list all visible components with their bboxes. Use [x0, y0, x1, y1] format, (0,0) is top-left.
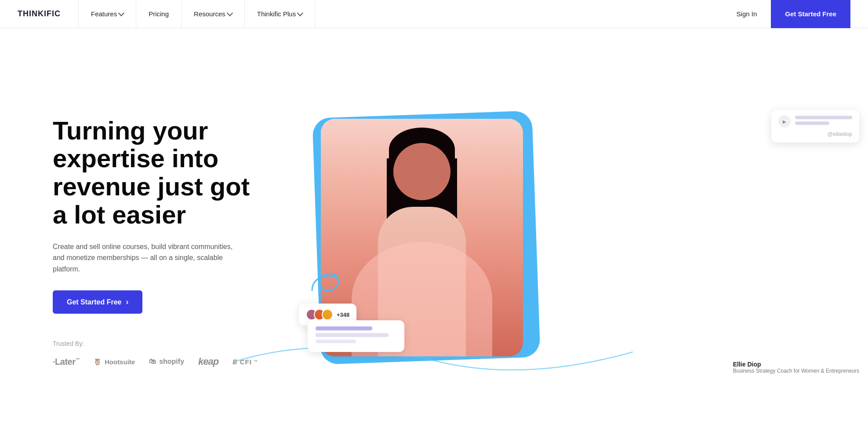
- navbar: THINKIFIC Features Pricing Resources Thi…: [0, 0, 868, 28]
- social-handle: @elliediop: [778, 131, 852, 137]
- person-info-card: Ellie Diop Business Strategy Coach for W…: [733, 361, 859, 374]
- nav-cta-button[interactable]: Get Started Free: [771, 0, 850, 28]
- logo-hootsuite: 🦉Hootsuite: [94, 358, 135, 366]
- hero-cta-button[interactable]: Get Started Free ›: [53, 290, 142, 314]
- loop-decoration: [303, 255, 347, 299]
- nav-item-pricing[interactable]: Pricing: [136, 0, 182, 28]
- chevron-down-icon: [118, 10, 124, 16]
- person-title: Business Strategy Coach for Women & Entr…: [733, 368, 859, 374]
- hero-title: Turning your expertise into revenue just…: [53, 117, 264, 229]
- trusted-section: Trusted By: ·Later™ 🦉Hootsuite 🛍shopify …: [53, 340, 281, 367]
- member-count-badge: +348: [337, 311, 349, 318]
- logo-shopify: 🛍shopify: [149, 358, 184, 366]
- chevron-down-icon: [297, 10, 303, 16]
- nav-item-resources[interactable]: Resources: [182, 0, 245, 28]
- hero-subtitle: Create and sell online courses, build vi…: [53, 241, 237, 275]
- avatar: [322, 309, 333, 320]
- content-preview-card: [308, 320, 404, 352]
- nav-links: Features Pricing Resources Thinkific Plu…: [78, 0, 723, 28]
- logo-cfi: /// CFI™: [232, 358, 258, 366]
- logo-later: ·Later™: [53, 357, 80, 367]
- hero-right: ▶ @elliediop +348 Ellie D: [281, 106, 850, 378]
- logo-keap: keap: [198, 356, 218, 367]
- chevron-down-icon: [227, 10, 233, 16]
- arrow-icon: ›: [126, 297, 128, 307]
- sign-in-link[interactable]: Sign In: [723, 0, 771, 28]
- nav-right: Sign In Get Started Free: [723, 0, 850, 28]
- nav-item-thinkific-plus[interactable]: Thinkific Plus: [245, 0, 315, 28]
- logo[interactable]: THINKIFIC: [18, 9, 61, 18]
- hero-section: Turning your expertise into revenue just…: [0, 28, 868, 447]
- video-preview-card: ▶ @elliediop: [771, 110, 859, 143]
- hero-left: Turning your expertise into revenue just…: [53, 117, 281, 368]
- avatar-stack: [306, 309, 333, 320]
- nav-item-features[interactable]: Features: [78, 0, 136, 28]
- person-name: Ellie Diop: [733, 361, 859, 368]
- trusted-logos: ·Later™ 🦉Hootsuite 🛍shopify keap /// CFI…: [53, 356, 281, 367]
- play-icon[interactable]: ▶: [778, 115, 791, 128]
- trusted-label: Trusted By:: [53, 340, 281, 347]
